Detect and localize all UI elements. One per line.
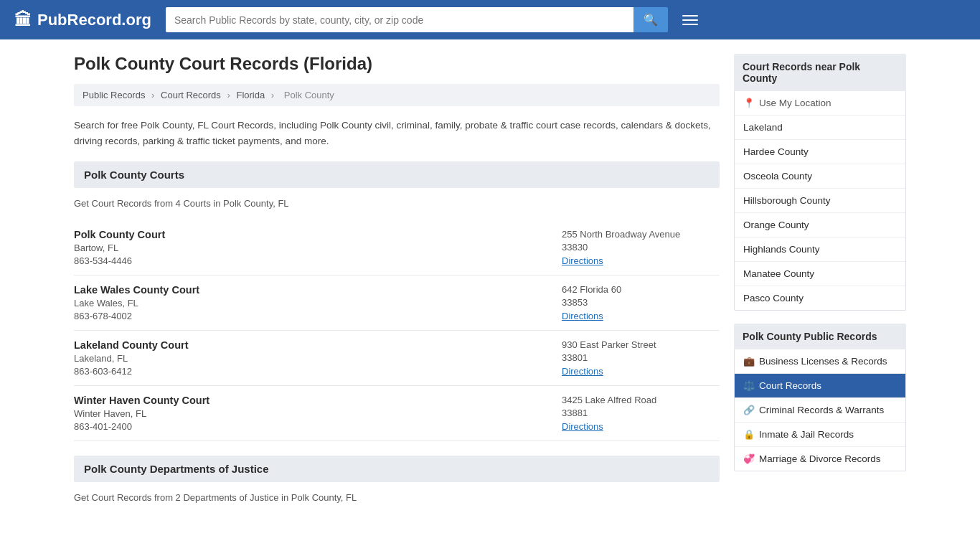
search-button[interactable]: 🔍: [633, 7, 668, 32]
court-address: 255 North Broadway Avenue: [562, 229, 720, 240]
courts-section-sub: Get Court Records from 4 Courts in Polk …: [74, 198, 720, 209]
sidebar-item-court-records[interactable]: ⚖️ Court Records: [735, 374, 905, 398]
sidebar-item-label: Business Licenses & Records: [759, 356, 887, 367]
sidebar-item-label: Marriage & Divorce Records: [759, 453, 881, 464]
sidebar-item-label: Highlands County: [743, 244, 820, 255]
breadcrumb-public-records[interactable]: Public Records: [83, 90, 145, 100]
breadcrumb-florida[interactable]: Florida: [236, 90, 265, 100]
link-icon: 🔗: [743, 405, 755, 415]
departments-section-header: Polk County Departments of Justice: [74, 456, 720, 482]
sidebar-item-label: Osceola County: [743, 171, 812, 182]
table-row: Polk County Court Bartow, FL 863-534-444…: [74, 220, 720, 276]
menu-button[interactable]: [682, 15, 698, 25]
court-city: Lake Wales, FL: [74, 298, 562, 309]
court-address: 930 East Parker Street: [562, 339, 720, 350]
court-phone: 863-534-4446: [74, 255, 562, 266]
sidebar-item-label: Lakeland: [743, 122, 783, 133]
sidebar-nearby-title: Court Records near Polk County: [734, 54, 906, 91]
search-bar: 🔍: [166, 7, 668, 32]
logo-text: PubRecord.org: [37, 11, 151, 29]
main-container: Polk County Court Records (Florida) Publ…: [60, 39, 920, 529]
breadcrumb-court-records[interactable]: Court Records: [161, 90, 221, 100]
heart-icon: 💞: [743, 453, 755, 464]
courts-section-header: Polk County Courts: [74, 161, 720, 188]
court-city: Bartow, FL: [74, 242, 562, 253]
sidebar-records-list: 💼 Business Licenses & Records ⚖️ Court R…: [734, 349, 906, 471]
sidebar-item-use-location[interactable]: 📍 Use My Location: [735, 91, 905, 116]
court-phone: 863-603-6412: [74, 366, 562, 377]
sidebar: Court Records near Polk County 📍 Use My …: [734, 54, 906, 514]
court-zip: 33881: [562, 408, 720, 418]
directions-link[interactable]: Directions: [562, 255, 603, 266]
court-city: Winter Haven, FL: [74, 408, 562, 419]
departments-section-sub: Get Court Records from 2 Departments of …: [74, 492, 720, 503]
sidebar-item-label: Court Records: [759, 380, 821, 391]
sidebar-item-business-licenses[interactable]: 💼 Business Licenses & Records: [735, 349, 905, 374]
content-area: Polk County Court Records (Florida) Publ…: [74, 54, 720, 514]
sidebar-item-label: Criminal Records & Warrants: [759, 405, 884, 415]
court-name: Lake Wales County Court: [74, 284, 562, 296]
sidebar-item-label: Manatee County: [743, 268, 814, 279]
briefcase-icon: 💼: [743, 356, 755, 367]
sidebar-item-orange[interactable]: Orange County: [735, 213, 905, 237]
court-city: Lakeland, FL: [74, 353, 562, 364]
sidebar-item-label: Orange County: [743, 220, 809, 230]
location-icon: 📍: [743, 98, 755, 108]
sidebar-item-inmate-jail[interactable]: 🔒 Inmate & Jail Records: [735, 423, 905, 447]
court-address: 3425 Lake Alfred Road: [562, 395, 720, 405]
court-name: Polk County Court: [74, 229, 562, 240]
sidebar-item-label: Inmate & Jail Records: [759, 429, 854, 440]
table-row: Lakeland County Court Lakeland, FL 863-6…: [74, 331, 720, 386]
court-zip: 33853: [562, 297, 720, 308]
site-header: 🏛 PubRecord.org 🔍: [0, 0, 980, 39]
sidebar-item-label: Hillsborough County: [743, 195, 831, 206]
sidebar-item-criminal-records[interactable]: 🔗 Criminal Records & Warrants: [735, 398, 905, 423]
court-name: Lakeland County Court: [74, 339, 562, 351]
court-zip: 33830: [562, 242, 720, 253]
lock-icon: 🔒: [743, 429, 755, 440]
sidebar-item-osceola[interactable]: Osceola County: [735, 164, 905, 189]
sidebar-item-label: Hardee County: [743, 146, 809, 157]
page-title: Polk County Court Records (Florida): [74, 54, 720, 74]
breadcrumb: Public Records › Court Records › Florida…: [74, 84, 720, 106]
court-zip: 33801: [562, 352, 720, 363]
court-name: Winter Haven County Court: [74, 395, 562, 406]
sidebar-nearby-list: 📍 Use My Location Lakeland Hardee County…: [734, 91, 906, 311]
courts-list: Polk County Court Bartow, FL 863-534-444…: [74, 220, 720, 441]
court-address: 642 Florida 60: [562, 284, 720, 295]
sidebar-item-label: Use My Location: [759, 98, 831, 108]
scales-icon: ⚖️: [743, 380, 755, 391]
court-phone: 863-678-4002: [74, 311, 562, 321]
sidebar-item-highlands[interactable]: Highlands County: [735, 237, 905, 262]
sidebar-item-label: Pasco County: [743, 293, 804, 303]
sidebar-item-marriage-divorce[interactable]: 💞 Marriage & Divorce Records: [735, 447, 905, 471]
search-input[interactable]: [166, 7, 633, 32]
court-phone: 863-401-2400: [74, 421, 562, 432]
table-row: Lake Wales County Court Lake Wales, FL 8…: [74, 276, 720, 331]
sidebar-records-title: Polk County Public Records: [734, 324, 906, 349]
breadcrumb-polk-county: Polk County: [284, 90, 334, 100]
table-row: Winter Haven County Court Winter Haven, …: [74, 386, 720, 441]
directions-link[interactable]: Directions: [562, 366, 603, 377]
directions-link[interactable]: Directions: [562, 421, 603, 432]
logo-icon: 🏛: [14, 10, 32, 30]
page-description: Search for free Polk County, FL Court Re…: [74, 118, 720, 149]
site-logo[interactable]: 🏛 PubRecord.org: [14, 10, 151, 30]
sidebar-item-pasco[interactable]: Pasco County: [735, 286, 905, 310]
sidebar-item-manatee[interactable]: Manatee County: [735, 262, 905, 286]
sidebar-item-lakeland[interactable]: Lakeland: [735, 116, 905, 140]
directions-link[interactable]: Directions: [562, 311, 603, 321]
sidebar-item-hillsborough[interactable]: Hillsborough County: [735, 189, 905, 213]
sidebar-item-hardee[interactable]: Hardee County: [735, 140, 905, 164]
